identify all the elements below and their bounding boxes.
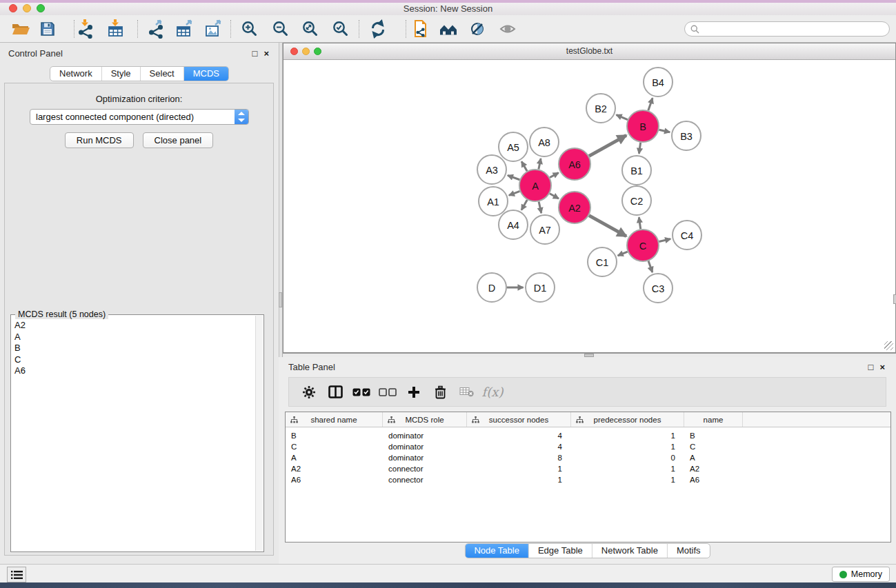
refresh-button[interactable]: [367, 19, 389, 39]
zoom-in-button[interactable]: [239, 19, 261, 39]
import-network-button[interactable]: [74, 19, 97, 39]
table-row[interactable]: Cdominator41C: [286, 441, 890, 452]
table-row[interactable]: A6connector11A6: [286, 474, 890, 485]
table-row[interactable]: A2connector11A2: [286, 463, 890, 474]
hide-panels-button[interactable]: [7, 567, 26, 582]
cell-predecessor-nodes[interactable]: 1: [571, 443, 684, 451]
edge-A2-C[interactable]: [589, 216, 626, 236]
scrollbar-track[interactable]: [255, 316, 263, 551]
edge-B-B3[interactable]: [659, 130, 670, 132]
show-column-button[interactable]: [322, 385, 348, 398]
zoom-view-button[interactable]: [314, 48, 321, 55]
create-column-button[interactable]: [401, 386, 427, 398]
edge-C-C3[interactable]: [648, 261, 653, 272]
edge-A6-B[interactable]: [589, 135, 626, 156]
open-session-button[interactable]: [10, 19, 32, 39]
cell-mcds-role[interactable]: connector: [383, 465, 467, 473]
edge-B-B4[interactable]: [648, 98, 653, 110]
edge-B-B2[interactable]: [617, 115, 628, 120]
cell-shared-name[interactable]: A6: [286, 476, 383, 484]
network-canvas[interactable]: B4B2BB3A5A8A6A3B1AA1C2A2A4A7CC4C1C3DD1: [284, 61, 895, 352]
zoom-window-button[interactable]: [37, 4, 45, 12]
edge-B-B1[interactable]: [639, 143, 640, 154]
tab-mcds[interactable]: MCDS: [183, 67, 228, 81]
export-image-button[interactable]: [203, 19, 225, 39]
cell-predecessor-nodes[interactable]: 1: [571, 465, 684, 473]
cell-mcds-role[interactable]: dominator: [383, 432, 467, 440]
column-header-shared-name[interactable]: shared name: [286, 412, 383, 427]
table-row[interactable]: Adominator80A: [286, 452, 890, 463]
tab-edge-table[interactable]: Edge Table: [528, 544, 592, 558]
cell-successor-nodes[interactable]: 8: [467, 454, 571, 462]
close-view-button[interactable]: [290, 48, 298, 55]
tab-node-table[interactable]: Node Table: [465, 544, 528, 558]
edge-A-A2[interactable]: [550, 194, 559, 199]
minimize-view-button[interactable]: [302, 48, 310, 55]
minimize-window-button[interactable]: [23, 4, 31, 12]
cell-shared-name[interactable]: A2: [286, 465, 383, 473]
cell-mcds-role[interactable]: connector: [383, 476, 467, 484]
table-row[interactable]: Bdominator41B: [286, 430, 890, 441]
zoom-fit-button[interactable]: [299, 19, 321, 39]
cell-successor-nodes[interactable]: 4: [467, 443, 571, 451]
mcds-result-item[interactable]: A2: [12, 320, 254, 332]
tab-style[interactable]: Style: [101, 67, 140, 81]
close-panel-icon[interactable]: ×: [879, 362, 885, 373]
edge-C-C1[interactable]: [618, 252, 628, 256]
edge-A-A1[interactable]: [509, 191, 520, 195]
column-header-name[interactable]: name: [684, 412, 743, 427]
splitter-handle[interactable]: [279, 292, 282, 307]
cell-shared-name[interactable]: C: [286, 443, 383, 451]
export-table-button[interactable]: [174, 19, 196, 39]
window-edge-handle[interactable]: [893, 294, 896, 304]
cell-name[interactable]: B: [684, 432, 743, 440]
edge-A-A8[interactable]: [539, 159, 541, 170]
cell-shared-name[interactable]: B: [286, 432, 383, 440]
cell-shared-name[interactable]: A: [286, 454, 383, 462]
cell-name[interactable]: A2: [684, 465, 743, 473]
unselect-all-columns-button[interactable]: [375, 388, 401, 396]
edge-A-A4[interactable]: [521, 200, 527, 210]
edge-A-A7[interactable]: [539, 201, 541, 213]
zoom-selected-button[interactable]: [330, 19, 352, 39]
cell-mcds-role[interactable]: dominator: [383, 443, 467, 451]
delete-column-button[interactable]: [427, 385, 453, 399]
tab-motifs[interactable]: Motifs: [667, 544, 710, 558]
cell-predecessor-nodes[interactable]: 1: [571, 476, 684, 484]
select-all-columns-button[interactable]: [348, 388, 375, 396]
show-details-button[interactable]: [497, 19, 519, 39]
network-graph[interactable]: B4B2BB3A5A8A6A3B1AA1C2A2A4A7CC4C1C3DD1: [284, 61, 895, 351]
cell-successor-nodes[interactable]: 4: [467, 432, 571, 440]
table-settings-button[interactable]: [296, 385, 322, 399]
resize-grip-icon[interactable]: [884, 341, 893, 350]
cell-name[interactable]: A: [684, 454, 743, 462]
close-panel-button[interactable]: Close panel: [143, 132, 214, 148]
function-builder-button[interactable]: f(x): [479, 385, 506, 399]
tab-network-table[interactable]: Network Table: [592, 544, 667, 558]
search-input[interactable]: [703, 23, 889, 35]
mcds-result-item[interactable]: A6: [12, 365, 254, 377]
cell-predecessor-nodes[interactable]: 0: [571, 454, 684, 462]
cell-name[interactable]: A6: [684, 476, 743, 484]
new-network-from-selection-button[interactable]: [410, 19, 432, 39]
cell-successor-nodes[interactable]: 1: [467, 465, 571, 473]
close-panel-icon[interactable]: ×: [263, 48, 269, 59]
criterion-select[interactable]: largest connected component (directed): [30, 109, 249, 125]
home-button[interactable]: [437, 19, 459, 39]
edge-C-C2[interactable]: [639, 217, 640, 229]
mcds-result-item[interactable]: C: [12, 354, 254, 366]
import-table-button[interactable]: [105, 19, 127, 39]
column-header-mcds-role[interactable]: MCDS role: [383, 412, 467, 427]
save-session-button[interactable]: [37, 19, 59, 39]
mcds-result-item[interactable]: A: [12, 332, 254, 343]
memory-button[interactable]: Memory: [832, 567, 890, 582]
hide-graphics-details-button[interactable]: [466, 19, 488, 39]
delete-table-button[interactable]: [453, 387, 479, 397]
tab-network[interactable]: Network: [50, 67, 101, 81]
close-window-button[interactable]: [9, 4, 17, 12]
search-box[interactable]: [684, 21, 890, 37]
cell-mcds-role[interactable]: dominator: [383, 454, 467, 462]
edge-A-A6[interactable]: [550, 173, 559, 178]
run-mcds-button[interactable]: Run MCDS: [65, 132, 134, 148]
edge-A-A3[interactable]: [508, 175, 519, 179]
